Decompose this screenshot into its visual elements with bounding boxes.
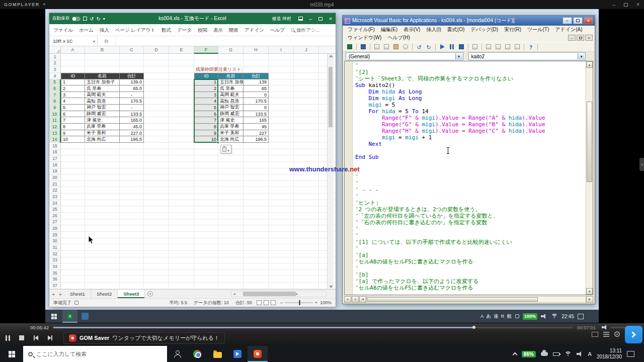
rec-start-button[interactable] <box>45 310 62 323</box>
cell-F7[interactable]: 3 <box>194 92 218 99</box>
code-line-23[interactable]: '2 つの表が登場するときは、2つの変数を使う。 <box>355 206 586 213</box>
cell-H13[interactable]: 227 <box>244 130 269 137</box>
volume-icon[interactable] <box>602 325 608 330</box>
cell-F8[interactable]: 4 <box>194 98 218 105</box>
cell-E19[interactable] <box>169 168 194 175</box>
cell-G12[interactable]: 兵庫 早希 <box>218 124 244 130</box>
cell-A27[interactable] <box>61 219 85 226</box>
cell-G23[interactable] <box>218 194 244 200</box>
cell-A17[interactable] <box>61 155 85 162</box>
cell-A19[interactable] <box>61 168 85 175</box>
cell-H27[interactable] <box>244 219 269 226</box>
cell-I25[interactable] <box>269 206 294 213</box>
row-header-9[interactable]: 9 <box>49 105 61 111</box>
cell-B32[interactable] <box>85 251 120 257</box>
code-line-8[interactable]: For hida = 5 To 14 <box>355 108 586 115</box>
cell-D2[interactable] <box>144 60 169 67</box>
cell-I31[interactable] <box>269 244 294 251</box>
cell-G33[interactable] <box>218 257 244 264</box>
code-line-27[interactable]: ' <box>355 232 586 239</box>
cell-I37[interactable] <box>269 283 294 289</box>
cell-A34[interactable] <box>61 263 85 270</box>
cell-A18[interactable] <box>61 162 85 168</box>
ribbon-tab-7[interactable]: 校閲 <box>195 24 210 36</box>
row-header-21[interactable]: 21 <box>49 181 61 188</box>
cell-J35[interactable] <box>294 270 319 277</box>
cell-A36[interactable] <box>61 276 85 283</box>
cell-F11[interactable]: 7 <box>194 117 218 124</box>
cell-D5[interactable] <box>144 79 169 86</box>
row-header-5[interactable]: 5 <box>49 79 61 86</box>
cell-H9[interactable]: 0 <box>244 105 269 111</box>
cell-H16[interactable] <box>244 149 269 156</box>
row-header-22[interactable]: 22 <box>49 187 61 194</box>
code-line-1[interactable]: ' <box>355 62 586 69</box>
cell-G27[interactable] <box>218 219 244 226</box>
cell-B15[interactable] <box>85 143 120 149</box>
vertical-scroll-thumb[interactable] <box>587 102 592 182</box>
cell-A28[interactable] <box>61 225 85 232</box>
cell-B18[interactable] <box>85 162 120 168</box>
scroll-down-icon[interactable] <box>329 286 333 288</box>
cell-B12[interactable]: 兵庫 早希 <box>85 124 120 130</box>
cell-H11[interactable]: 165 <box>244 117 269 124</box>
vba-menu-r1-6[interactable]: デバッグ(D) <box>467 26 501 33</box>
pause-button[interactable] <box>1 331 14 344</box>
cell-E11[interactable] <box>169 117 194 124</box>
cell-C5[interactable]: 139.0 <box>120 79 144 86</box>
cell-C23[interactable] <box>120 194 144 200</box>
cell-J29[interactable] <box>294 232 319 238</box>
cell-H12[interactable]: 45 <box>244 124 269 130</box>
row-header-35[interactable]: 35 <box>49 270 61 277</box>
cell-E36[interactable] <box>169 276 194 283</box>
cell-G19[interactable] <box>218 168 244 175</box>
horizontal-scroll-track[interactable] <box>366 296 586 303</box>
cell-F20[interactable] <box>194 174 218 181</box>
cell-G8[interactable]: 高知 昌浩 <box>218 98 244 105</box>
cell-H14[interactable]: 196.5 <box>244 136 269 143</box>
cell-C37[interactable] <box>120 283 144 289</box>
vba-horizontal-scrollbar[interactable] <box>344 296 593 303</box>
cell-F37[interactable] <box>194 283 218 289</box>
cell-G13[interactable]: 米子 美和 <box>218 130 244 137</box>
cell-F1[interactable] <box>194 54 218 60</box>
code-line-7[interactable]: migi = 5 <box>355 102 586 108</box>
cell-F4[interactable]: ID <box>194 73 218 79</box>
row-header-23[interactable]: 23 <box>49 194 61 200</box>
code-line-2[interactable]: '[2] <box>355 69 586 75</box>
cell-I21[interactable] <box>269 181 294 188</box>
cell-B6[interactable]: 呉 早希 <box>85 85 120 92</box>
code-line-32[interactable]: ' <box>355 265 586 272</box>
cell-J30[interactable] <box>294 238 319 245</box>
vba-menu-r1-8[interactable]: ツール(T) <box>524 26 552 33</box>
cell-B27[interactable] <box>85 219 120 226</box>
cell-A15[interactable] <box>61 143 85 149</box>
toolbox-icon[interactable] <box>513 43 521 51</box>
cell-E5[interactable] <box>169 79 194 86</box>
gom-minimize-button[interactable] <box>608 0 620 9</box>
row-header-3[interactable]: 3 <box>49 66 61 73</box>
cell-D29[interactable] <box>144 232 169 238</box>
cell-A24[interactable] <box>61 200 85 207</box>
cell-C27[interactable] <box>120 219 144 226</box>
row-header-7[interactable]: 7 <box>49 92 61 99</box>
cell-I14[interactable] <box>269 136 294 143</box>
formula-input[interactable] <box>116 36 336 46</box>
cell-D32[interactable] <box>144 251 169 257</box>
cell-I2[interactable] <box>269 60 294 67</box>
cell-A14[interactable]: 10 <box>61 136 85 143</box>
video-area[interactable]: 自動保存 ks004.xls - 互換モード - Excel 修造 仲村 <box>0 9 644 323</box>
cell-C25[interactable] <box>120 206 144 213</box>
cell-A10[interactable]: 6 <box>61 111 85 118</box>
cell-B23[interactable] <box>85 194 120 200</box>
cell-B28[interactable] <box>85 225 120 232</box>
cell-I30[interactable] <box>269 238 294 245</box>
row-header-37[interactable]: 37 <box>49 283 61 289</box>
cell-G30[interactable] <box>218 238 244 245</box>
code-line-28[interactable]: '[1] については、以下の手順で作成すると比較的迷いにくい <box>355 239 586 245</box>
vba-menu-r1-2[interactable]: 編集(E) <box>378 26 400 33</box>
seek-bar[interactable] <box>53 327 573 328</box>
cell-E25[interactable] <box>169 206 194 213</box>
rec-ime-2[interactable]: あ <box>486 313 491 320</box>
rec-ime-3[interactable]: 連 <box>494 313 499 320</box>
